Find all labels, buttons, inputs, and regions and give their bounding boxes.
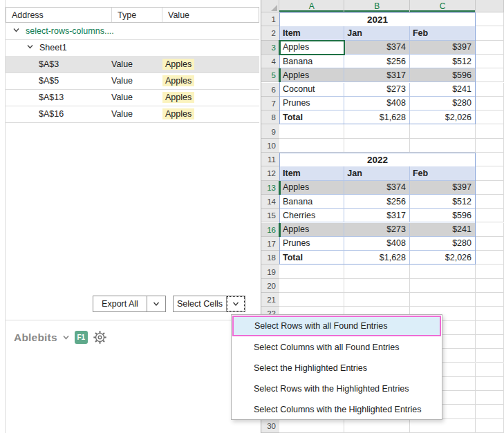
cell[interactable] bbox=[344, 279, 410, 293]
cell[interactable]: Feb bbox=[410, 166, 475, 180]
cell[interactable]: $1,628 bbox=[344, 251, 410, 264]
cell[interactable] bbox=[410, 139, 476, 153]
export-all-dropdown-arrow[interactable] bbox=[147, 296, 165, 311]
row-header-5[interactable]: 5 bbox=[261, 68, 279, 82]
cell[interactable] bbox=[476, 335, 504, 349]
cell[interactable]: $273 bbox=[344, 223, 410, 237]
row-header-17[interactable]: 17 bbox=[261, 237, 279, 251]
cell[interactable] bbox=[476, 68, 504, 82]
cell[interactable] bbox=[344, 264, 410, 278]
cell[interactable]: Prunes bbox=[280, 97, 344, 110]
cell[interactable] bbox=[476, 12, 504, 26]
row-header-3[interactable]: 3 bbox=[261, 41, 279, 55]
cell[interactable] bbox=[344, 419, 410, 433]
cell[interactable] bbox=[279, 279, 344, 293]
cell[interactable] bbox=[476, 307, 504, 320]
menu-item-select-rows-found[interactable]: Select Rows with all Found Entries bbox=[232, 316, 441, 336]
menu-item-select-columns-highlighted[interactable]: Select Columns with the Highlighted Entr… bbox=[232, 399, 442, 420]
cell[interactable] bbox=[476, 55, 504, 68]
cell[interactable]: Apples bbox=[280, 181, 344, 195]
cell[interactable]: $317 bbox=[344, 209, 410, 222]
cell[interactable]: $397 bbox=[410, 181, 475, 195]
gear-icon[interactable] bbox=[93, 330, 107, 345]
cell[interactable]: $256 bbox=[344, 195, 410, 209]
cell[interactable]: Total bbox=[280, 110, 344, 124]
cell[interactable] bbox=[476, 349, 504, 363]
column-header-A[interactable]: A bbox=[279, 0, 344, 12]
cell[interactable] bbox=[279, 124, 344, 138]
cell[interactable] bbox=[279, 293, 344, 307]
row-header-12[interactable]: 12 bbox=[261, 166, 279, 180]
cell[interactable]: Jan bbox=[344, 166, 410, 180]
menu-item-select-columns-found[interactable]: Select Columns with all Found Entries bbox=[232, 337, 442, 358]
cell[interactable] bbox=[476, 110, 504, 124]
cell[interactable] bbox=[476, 166, 504, 180]
result-row[interactable]: $A$3 Value Apples bbox=[6, 56, 259, 73]
cell[interactable]: $512 bbox=[410, 55, 475, 68]
cell[interactable] bbox=[476, 181, 504, 195]
cell[interactable]: Total bbox=[280, 251, 344, 264]
cell[interactable]: $397 bbox=[410, 41, 475, 55]
select-cells-label[interactable]: Select Cells bbox=[174, 296, 226, 311]
chevron-down-icon[interactable] bbox=[12, 26, 20, 36]
cell[interactable] bbox=[344, 293, 410, 307]
cell[interactable] bbox=[279, 264, 344, 278]
row-header-16[interactable]: 16 bbox=[261, 223, 279, 237]
column-header-partial[interactable] bbox=[476, 0, 504, 12]
cell[interactable]: $512 bbox=[410, 195, 475, 209]
cell[interactable] bbox=[476, 83, 504, 97]
menu-item-select-rows-highlighted[interactable]: Select Rows with the Highlighted Entries bbox=[232, 378, 442, 399]
cell[interactable]: Feb bbox=[410, 26, 475, 40]
cell[interactable] bbox=[344, 124, 410, 138]
column-header-B[interactable]: B bbox=[344, 0, 410, 12]
cell[interactable]: $2,026 bbox=[410, 251, 475, 264]
ablebits-logo[interactable]: Ablebits bbox=[14, 331, 57, 344]
cell[interactable] bbox=[410, 124, 476, 138]
cell[interactable] bbox=[410, 279, 476, 293]
tree-node-sheet[interactable]: Sheet1 bbox=[6, 39, 259, 56]
cell[interactable] bbox=[476, 237, 504, 251]
cell[interactable] bbox=[410, 293, 476, 307]
cell[interactable]: Prunes bbox=[280, 237, 344, 251]
cell[interactable]: $408 bbox=[344, 237, 410, 251]
cell[interactable]: Apples bbox=[280, 223, 344, 237]
cell[interactable]: $317 bbox=[344, 68, 410, 82]
cell[interactable]: $241 bbox=[410, 223, 475, 237]
row-header-20[interactable]: 20 bbox=[261, 279, 279, 293]
cell[interactable]: $241 bbox=[410, 83, 475, 97]
menu-item-select-highlighted[interactable]: Select the Highlighted Entries bbox=[232, 358, 442, 378]
cell[interactable]: $1,628 bbox=[344, 110, 410, 124]
row-header-13[interactable]: 13 bbox=[261, 181, 279, 195]
cell[interactable]: $596 bbox=[410, 209, 475, 222]
row-header-4[interactable]: 4 bbox=[261, 55, 279, 68]
column-header-address[interactable]: Address bbox=[6, 8, 111, 22]
chevron-down-icon[interactable] bbox=[62, 334, 70, 341]
cell[interactable]: $374 bbox=[344, 181, 410, 195]
row-header-11[interactable]: 11 bbox=[261, 153, 279, 166]
cell[interactable] bbox=[476, 419, 504, 433]
cell[interactable] bbox=[344, 139, 410, 153]
cell[interactable] bbox=[410, 264, 476, 278]
cell[interactable]: Banana bbox=[280, 195, 344, 209]
cell[interactable] bbox=[476, 363, 504, 377]
row-header-6[interactable]: 6 bbox=[261, 83, 279, 97]
cell[interactable] bbox=[476, 124, 504, 138]
export-all-label[interactable]: Export All bbox=[93, 296, 147, 311]
column-header-type[interactable]: Type bbox=[111, 8, 162, 22]
result-row[interactable]: $A$5 Value Apples bbox=[6, 73, 259, 89]
cell[interactable] bbox=[476, 97, 504, 110]
cell[interactable]: Jan bbox=[344, 26, 410, 40]
cell[interactable]: Apples bbox=[280, 68, 344, 82]
cell[interactable] bbox=[476, 41, 504, 55]
cell[interactable] bbox=[476, 223, 504, 237]
cell[interactable]: $374 bbox=[344, 41, 410, 55]
cell[interactable]: Item bbox=[280, 26, 344, 40]
tree-node-workbook[interactable]: select-rows-columns.... bbox=[6, 23, 259, 39]
cell[interactable] bbox=[279, 139, 344, 153]
column-header-value[interactable]: Value bbox=[162, 8, 259, 22]
cell[interactable] bbox=[476, 279, 504, 293]
chevron-down-icon[interactable] bbox=[26, 43, 34, 52]
cell[interactable]: $2,026 bbox=[410, 110, 475, 124]
cell[interactable]: $280 bbox=[410, 97, 475, 110]
select-all-corner[interactable] bbox=[261, 0, 279, 12]
